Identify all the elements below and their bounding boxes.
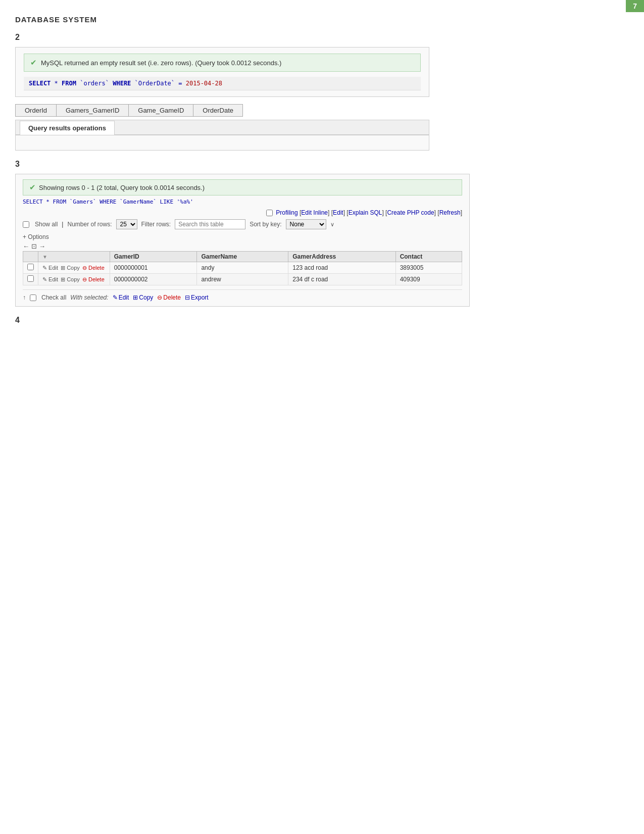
section-2-number: 2 <box>15 33 629 42</box>
copy-icon: ⊞ <box>61 265 65 271</box>
sort-chevron-icon: ∨ <box>330 221 334 228</box>
check-icon-2: ✔ <box>29 183 36 192</box>
table-row: ✎ Edit ⊞ Copy ⊖ Delete 0000000001 andy 1… <box>23 262 462 274</box>
th-actions: ▼ <box>38 252 110 262</box>
edit-link[interactable]: Edit <box>333 209 343 216</box>
delete-icon-2: ⊖ <box>82 276 87 282</box>
up-arrow-icon: ↑ <box>23 294 26 301</box>
create-php-link[interactable]: Create PHP code <box>387 209 434 216</box>
th-gamerid[interactable]: GamerID <box>110 252 197 262</box>
row1-gameraddress: 123 acd road <box>288 262 395 274</box>
row2-edit-link[interactable]: ✎ Edit <box>42 276 60 282</box>
row1-checkbox-cell <box>23 262 38 274</box>
row2-actions-cell: ✎ Edit ⊞ Copy ⊖ Delete <box>38 274 110 285</box>
row2-copy-link[interactable]: ⊞ Copy <box>61 276 81 282</box>
section-4-number: 4 <box>15 316 629 325</box>
profiling-bar: Profiling [Edit Inline] [Edit] [Explain … <box>23 209 462 216</box>
data-table: ▼ GamerID GamerName GamerAddress Contact… <box>23 251 462 285</box>
table-header-row: ▼ GamerID GamerName GamerAddress Contact <box>23 252 462 262</box>
col-header-gamegameid[interactable]: Game_GameID <box>129 104 193 117</box>
table-icon: ⊡ <box>31 242 37 250</box>
col-header-gamersgamerid[interactable]: Gamers_GamerID <box>57 104 129 117</box>
section-3-number: 3 <box>15 160 629 169</box>
sql-small-display: SELECT * FROM `Gamers` WHERE `GamerName`… <box>23 199 462 205</box>
sort-by-label: Sort by key: <box>250 221 281 228</box>
arrow-right-icon[interactable]: → <box>39 242 45 250</box>
row1-gamername: andy <box>197 262 288 274</box>
qro-content <box>16 135 429 150</box>
result-message-text: MySQL returned an empty result set (i.e.… <box>41 59 281 67</box>
row1-delete-link[interactable]: ⊖ Delete <box>82 265 105 271</box>
showing-text: Showing rows 0 - 1 (2 total, Query took … <box>39 184 205 191</box>
sort-arrow-icon: ▼ <box>42 254 47 260</box>
copy-icon-bottom: ⊞ <box>133 294 138 301</box>
profiling-checkbox[interactable] <box>266 210 273 216</box>
nav-arrows: ← ⊡ → <box>23 242 45 250</box>
show-all-label: Show all <box>35 221 58 228</box>
row2-gamername: andrew <box>197 274 288 285</box>
num-rows-select[interactable]: 25 <box>116 219 137 229</box>
bottom-copy-button[interactable]: ⊞ Copy <box>133 294 153 301</box>
delete-icon: ⊖ <box>82 265 87 271</box>
th-contact[interactable]: Contact <box>395 252 462 262</box>
section-2-box: ✔ MySQL returned an empty result set (i.… <box>15 47 429 97</box>
check-all-checkbox[interactable] <box>30 295 36 301</box>
row2-gameraddress: 234 df c road <box>288 274 395 285</box>
copy-icon-2: ⊞ <box>61 276 65 282</box>
row1-checkbox[interactable] <box>27 264 34 270</box>
separator-line <box>23 289 462 290</box>
col-header-orderid[interactable]: OrderId <box>15 104 57 117</box>
num-rows-label: Number of rows: <box>67 221 112 228</box>
profiling-link[interactable]: Profiling <box>276 209 298 216</box>
bottom-delete-button[interactable]: ⊖ Delete <box>157 294 181 301</box>
export-icon-bottom: ⊟ <box>185 294 190 301</box>
qro-tab[interactable]: Query results operations <box>20 121 115 135</box>
options-label[interactable]: + Options <box>23 233 49 240</box>
result-success-message: ✔ MySQL returned an empty result set (i.… <box>24 54 421 72</box>
row2-contact: 409309 <box>395 274 462 285</box>
th-checkbox <box>23 252 38 262</box>
sort-by-select[interactable]: None <box>286 219 326 229</box>
check-icon: ✔ <box>30 58 37 67</box>
table-row: ✎ Edit ⊞ Copy ⊖ Delete 0000000002 andrew… <box>23 274 462 285</box>
row1-contact: 3893005 <box>395 262 462 274</box>
column-headers-row: OrderId Gamers_GamerID Game_GameID Order… <box>15 104 318 117</box>
row2-gamerid: 0000000002 <box>110 274 197 285</box>
explain-sql-link[interactable]: Explain SQL <box>349 209 382 216</box>
bottom-export-button[interactable]: ⊟ Export <box>185 294 209 301</box>
th-gamername[interactable]: GamerName <box>197 252 288 262</box>
filter-rows-label: Filter rows: <box>141 221 171 228</box>
edit-icon-bottom: ✎ <box>113 294 118 301</box>
col-header-orderdate[interactable]: OrderDate <box>193 104 243 117</box>
arrow-left-icon[interactable]: ← <box>23 242 29 250</box>
delete-icon-bottom: ⊖ <box>157 294 162 301</box>
row1-gamerid: 0000000001 <box>110 262 197 274</box>
with-selected-label: With selected: <box>70 294 108 301</box>
showing-message: ✔ Showing rows 0 - 1 (2 total, Query too… <box>23 179 462 195</box>
th-gameraddress[interactable]: GamerAddress <box>288 252 395 262</box>
query-results-operations-box: Query results operations <box>15 120 429 151</box>
edit-icon: ✎ <box>42 265 47 271</box>
show-all-checkbox[interactable] <box>23 221 29 228</box>
row2-checkbox-cell <box>23 274 38 285</box>
bottom-bar: ↑ Check all With selected: ✎ Edit ⊞ Copy… <box>23 292 462 301</box>
row1-edit-link[interactable]: ✎ Edit <box>42 265 60 271</box>
toolbar-row: Show all | Number of rows: 25 Filter row… <box>23 219 462 229</box>
page-badge: 7 <box>626 0 644 12</box>
check-all-label[interactable]: Check all <box>41 294 66 301</box>
bottom-edit-button[interactable]: ✎ Edit <box>113 294 129 301</box>
section-3-box: ✔ Showing rows 0 - 1 (2 total, Query too… <box>15 174 470 307</box>
sql-query-display: SELECT * FROM `orders` WHERE `OrderDate`… <box>24 77 421 90</box>
search-input[interactable] <box>175 219 245 229</box>
page-title: DATABASE SYSTEM <box>15 15 629 24</box>
edit-icon-2: ✎ <box>42 276 47 282</box>
edit-inline-link[interactable]: Edit Inline <box>301 209 328 216</box>
row1-actions-cell: ✎ Edit ⊞ Copy ⊖ Delete <box>38 262 110 274</box>
separator-pipe: | <box>62 221 63 228</box>
refresh-link[interactable]: Refresh <box>439 209 461 216</box>
row2-checkbox[interactable] <box>27 275 34 282</box>
options-row[interactable]: + Options <box>23 233 462 240</box>
row1-copy-link[interactable]: ⊞ Copy <box>61 265 81 271</box>
row2-delete-link[interactable]: ⊖ Delete <box>82 276 105 282</box>
